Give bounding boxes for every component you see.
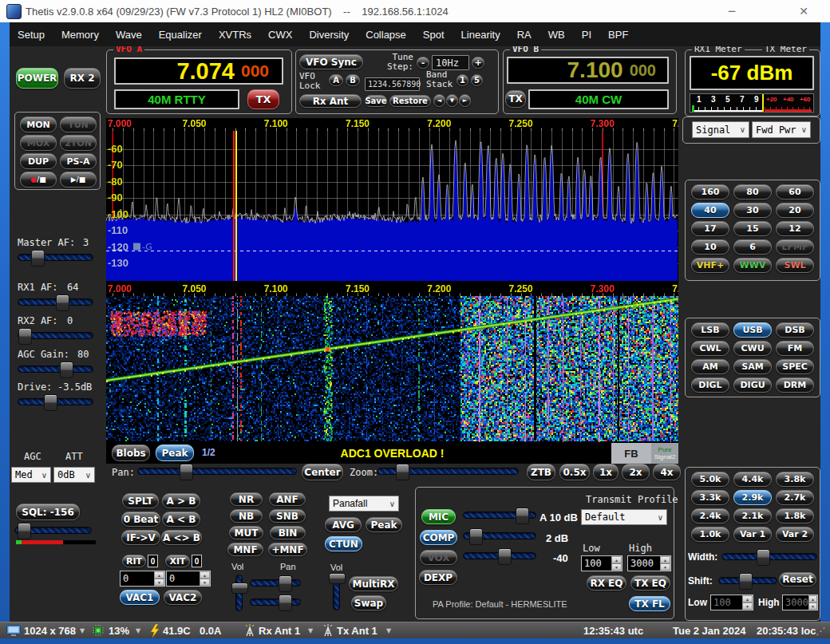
band-30-button[interactable]: 30 (733, 203, 772, 218)
spin-down-icon[interactable]: ▼ (660, 563, 670, 571)
band-next-button[interactable]: ► (459, 94, 471, 107)
vfo-b-tx-button[interactable]: TX (505, 90, 526, 108)
filter-29k-button[interactable]: 2.9k (733, 490, 772, 505)
comp-slider[interactable] (463, 532, 536, 539)
nr-button[interactable]: NR (230, 492, 263, 506)
vfo-lock-b-button[interactable]: B (346, 74, 360, 86)
power-button[interactable]: POWER (16, 68, 58, 89)
mode-cwl-button[interactable]: CWL (691, 341, 729, 356)
vfo-sync-button[interactable]: VFO Sync (299, 54, 363, 69)
menu-item-diversity[interactable]: Diversity (309, 29, 349, 41)
filter-44k-button[interactable]: 4.4k (733, 472, 772, 487)
band-60-button[interactable]: 60 (776, 184, 814, 200)
menu-item-bpf[interactable]: BPF (608, 29, 628, 41)
rx-pan-thumb-2[interactable] (279, 595, 292, 611)
agc-gain-thumb[interactable] (60, 362, 73, 378)
band-lfmf-button[interactable]: LFMF (776, 239, 814, 255)
blobs-button[interactable]: Blobs (112, 444, 150, 461)
zoom-2x-button[interactable]: 2x (622, 464, 650, 480)
waterfall-display[interactable] (106, 283, 678, 443)
band-wwv-button[interactable]: WWV (733, 258, 772, 273)
avg-button[interactable]: AVG (325, 517, 362, 532)
menu-item-memory[interactable]: Memory (61, 29, 99, 41)
tx-high-spinner[interactable]: 3000 ▲▼ (627, 555, 671, 571)
vfo-lock-a-button[interactable]: A (329, 74, 343, 86)
mic-button[interactable]: MIC (421, 509, 456, 524)
sub-vol-slider[interactable] (333, 573, 340, 610)
play-button[interactable]: ▶/■ (60, 172, 97, 188)
mon-button[interactable]: MON (20, 117, 57, 132)
band-stack-5-button[interactable]: 5 (471, 74, 483, 86)
rx1-af-thumb[interactable] (56, 294, 69, 311)
b-to-a-button[interactable]: A < B (162, 512, 200, 527)
tx-filter-button[interactable]: TX FL (629, 596, 670, 611)
mode-cwu-button[interactable]: CWU (733, 341, 772, 356)
filter-18k-button[interactable]: 1.8k (776, 508, 814, 523)
tx-high-spin-buttons[interactable]: ▲▼ (660, 556, 670, 571)
display-mode-select[interactable]: Panafall∨ (329, 496, 399, 512)
mode-am-button[interactable]: AM (691, 359, 729, 374)
center-button[interactable]: Center (302, 464, 343, 480)
tx-meter-select[interactable]: Fwd Pwr∨ (752, 121, 811, 138)
vac1-button[interactable]: VAC1 (120, 590, 160, 605)
rit-spinner[interactable]: 0 ▲▼ (120, 571, 165, 587)
master-af-slider[interactable] (18, 254, 93, 261)
zoom-05x-button[interactable]: 0.5x (559, 464, 590, 480)
band-down-button[interactable]: ▼ (446, 94, 458, 107)
mode-usb-button[interactable]: USB (733, 322, 772, 338)
menu-item-ra[interactable]: RA (517, 29, 532, 41)
rit-spin-buttons[interactable]: ▲▼ (154, 571, 164, 586)
squelch-button[interactable]: SQL: -156 (16, 504, 80, 520)
master-af-thumb[interactable] (31, 250, 45, 267)
pan-thumb[interactable] (180, 464, 193, 480)
menu-item-equalizer[interactable]: Equalizer (159, 29, 202, 41)
spin-down-icon[interactable]: ▼ (200, 579, 210, 586)
menu-item-spot[interactable]: Spot (423, 29, 445, 41)
vfo-b-frequency-display[interactable]: 7.100 000 (507, 57, 669, 84)
zoom-slider[interactable] (377, 468, 519, 475)
resize-grip[interactable]: ⋰ (816, 626, 825, 637)
zoom-thumb[interactable] (396, 464, 409, 480)
record-button[interactable]: ●/■ (20, 172, 57, 188)
agc-gain-slider[interactable] (18, 365, 93, 373)
spin-down-icon[interactable]: ▼ (611, 563, 622, 571)
band-20-button[interactable]: 20 (776, 203, 814, 218)
transmit-profile-select[interactable]: Default∨ (581, 509, 667, 525)
menu-item-cwx[interactable]: CWX (268, 29, 292, 41)
band-12-button[interactable]: 12 (776, 221, 814, 236)
filter-38k-button[interactable]: 3.8k (776, 472, 814, 487)
filter-low-spinner[interactable]: 100 ▲▼ (710, 595, 753, 610)
split-button[interactable]: SPLT (122, 493, 159, 508)
nb-button[interactable]: NB (230, 509, 263, 523)
snb-button[interactable]: SNB (269, 509, 306, 523)
band-15-button[interactable]: 15 (733, 221, 772, 236)
menu-item-linearity[interactable]: Linearity (461, 29, 500, 41)
rx2-af-slider[interactable] (18, 332, 93, 339)
rx2-button[interactable]: RX 2 (64, 68, 101, 89)
tune-step-down-button[interactable]: - (417, 57, 429, 69)
fb-button[interactable]: FB (611, 443, 651, 464)
rx-antenna-status[interactable]: Rx Ant 1 (259, 625, 300, 637)
mic-gain-slider[interactable] (463, 512, 536, 519)
anf-button[interactable]: ANF (269, 492, 306, 506)
mode-digu-button[interactable]: DIGU (733, 377, 772, 393)
add-mnf-button[interactable]: +MNF (268, 543, 307, 556)
vox-slider[interactable] (463, 552, 536, 559)
spin-down-icon[interactable]: ▼ (154, 579, 164, 586)
band-160-button[interactable]: 160 (691, 184, 729, 200)
filter-high-spinner[interactable]: 3000 ▲▼ (782, 595, 818, 610)
mode-lsb-button[interactable]: LSB (691, 322, 729, 338)
multirx-button[interactable]: MultiRX (349, 576, 398, 591)
rx1-af-slider[interactable] (18, 298, 93, 306)
filter-var1-button[interactable]: Var 1 (733, 527, 772, 542)
band-80-button[interactable]: 80 (733, 184, 772, 200)
rit-button[interactable]: RIT (122, 555, 146, 567)
agc-select[interactable]: Med∨ (11, 467, 51, 483)
rx-ant-button[interactable]: Rx Ant (299, 94, 362, 108)
chevron-down-icon[interactable]: ▼ (386, 627, 391, 634)
zoom-4x-button[interactable]: 4x (653, 464, 681, 480)
restore-button[interactable]: Restore (389, 95, 431, 107)
mut-button[interactable]: MUT (229, 526, 263, 539)
mic-gain-thumb[interactable] (516, 508, 529, 524)
filter-24k-button[interactable]: 2.4k (691, 508, 729, 523)
